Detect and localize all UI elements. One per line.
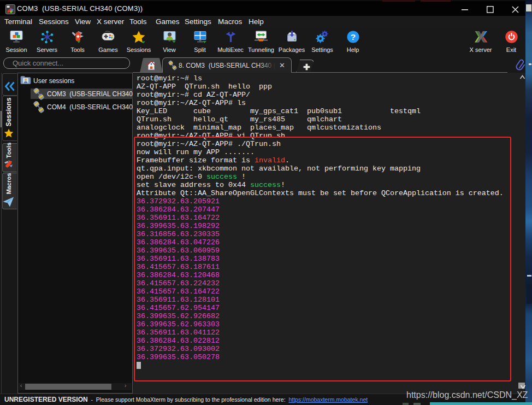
svg-text:?: ? bbox=[350, 32, 355, 42]
